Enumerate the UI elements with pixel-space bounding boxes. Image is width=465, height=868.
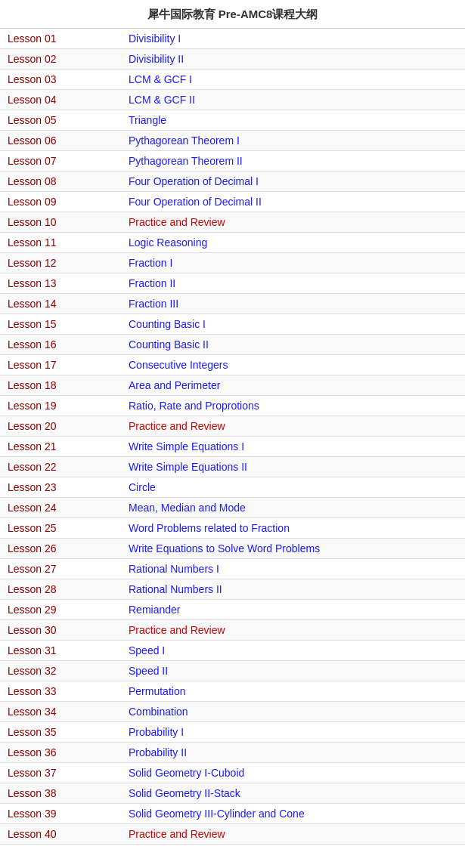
lesson-topic: Rational Numbers II (121, 579, 465, 600)
table-row: Lesson 26Write Equations to Solve Word P… (0, 539, 465, 559)
lesson-number: Lesson 27 (0, 559, 121, 579)
lesson-topic: Four Operation of Decimal II (121, 192, 465, 212)
lesson-topic: Fraction II (121, 273, 465, 294)
table-row: Lesson 02Divisibility II (0, 49, 465, 70)
lesson-number: Lesson 03 (0, 70, 121, 90)
lesson-topic: Write Simple Equations I (121, 437, 465, 457)
lesson-topic: Practice and Review (121, 620, 465, 641)
lesson-topic: Divisibility I (121, 29, 465, 49)
table-row: Lesson 03LCM & GCF I (0, 70, 465, 90)
lesson-number: Lesson 19 (0, 396, 121, 416)
table-row: Lesson 31Speed I (0, 641, 465, 661)
lesson-topic: Solid Geometry I-Cuboid (121, 763, 465, 783)
table-row: Lesson 24Mean, Median and Mode (0, 498, 465, 518)
lesson-topic: Practice and Review (121, 416, 465, 437)
table-row: Lesson 14Fraction III (0, 294, 465, 314)
lesson-number: Lesson 39 (0, 804, 121, 824)
lesson-number: Lesson 18 (0, 375, 121, 396)
lesson-topic: Probability II (121, 743, 465, 763)
table-row: Lesson 13Fraction II (0, 273, 465, 294)
table-row: Lesson 30Practice and Review (0, 620, 465, 641)
table-row: Lesson 06Pythagorean Theorem I (0, 131, 465, 151)
lesson-topic: Four Operation of Decimal I (121, 171, 465, 192)
lesson-topic: Rational Numbers I (121, 559, 465, 579)
table-row: Lesson 25Word Problems related to Fracti… (0, 518, 465, 539)
lesson-topic: Practice and Review (121, 824, 465, 845)
table-row: Lesson 40Practice and Review (0, 824, 465, 845)
lesson-topic: Practice and Review (121, 212, 465, 233)
table-row: Lesson 07Pythagorean Theorem II (0, 151, 465, 171)
lesson-number: Lesson 07 (0, 151, 121, 171)
table-row: Lesson 19Ratio, Rate and Proprotions (0, 396, 465, 416)
lesson-topic: Speed II (121, 661, 465, 681)
lesson-number: Lesson 29 (0, 600, 121, 620)
lesson-topic: Pythagorean Theorem II (121, 151, 465, 171)
table-row: Lesson 05Triangle (0, 110, 465, 131)
lesson-number: Lesson 15 (0, 314, 121, 335)
lesson-number: Lesson 23 (0, 477, 121, 498)
lesson-topic: Pythagorean Theorem I (121, 131, 465, 151)
lesson-number: Lesson 01 (0, 29, 121, 49)
table-row: Lesson 22Write Simple Equations II (0, 457, 465, 477)
lesson-number: Lesson 36 (0, 743, 121, 763)
table-row: Lesson 01Divisibility I (0, 29, 465, 49)
lesson-topic: Word Problems related to Fraction (121, 518, 465, 539)
lesson-topic: LCM & GCF II (121, 90, 465, 110)
table-row: Lesson 38Solid Geometry II-Stack (0, 783, 465, 804)
lesson-topic: Consecutive Integers (121, 355, 465, 375)
lesson-number: Lesson 21 (0, 437, 121, 457)
lesson-number: Lesson 08 (0, 171, 121, 192)
table-row: Lesson 16Counting Basic II (0, 335, 465, 355)
lesson-number: Lesson 22 (0, 457, 121, 477)
table-row: Lesson 08Four Operation of Decimal I (0, 171, 465, 192)
lesson-number: Lesson 02 (0, 49, 121, 70)
lesson-number: Lesson 04 (0, 90, 121, 110)
lesson-topic: LCM & GCF I (121, 70, 465, 90)
lesson-number: Lesson 26 (0, 539, 121, 559)
table-row: Lesson 36Probability II (0, 743, 465, 763)
lesson-number: Lesson 12 (0, 253, 121, 273)
lesson-number: Lesson 17 (0, 355, 121, 375)
lesson-number: Lesson 31 (0, 641, 121, 661)
table-row: Lesson 27Rational Numbers I (0, 559, 465, 579)
lesson-number: Lesson 32 (0, 661, 121, 681)
lesson-topic: Ratio, Rate and Proprotions (121, 396, 465, 416)
lesson-number: Lesson 20 (0, 416, 121, 437)
lesson-topic: Area and Perimeter (121, 375, 465, 396)
lesson-topic: Triangle (121, 110, 465, 131)
lesson-topic: Solid Geometry III-Cylinder and Cone (121, 804, 465, 824)
lesson-number: Lesson 11 (0, 233, 121, 253)
lesson-number: Lesson 38 (0, 783, 121, 804)
table-row: Lesson 35Probability I (0, 722, 465, 743)
lesson-topic: Remiander (121, 600, 465, 620)
lesson-topic: Probability I (121, 722, 465, 743)
page-title: 犀牛国际教育 Pre-AMC8课程大纲 (0, 0, 465, 29)
lesson-topic: Logic Reasoning (121, 233, 465, 253)
lesson-number: Lesson 24 (0, 498, 121, 518)
lesson-number: Lesson 05 (0, 110, 121, 131)
lesson-number: Lesson 10 (0, 212, 121, 233)
table-row: Lesson 10Practice and Review (0, 212, 465, 233)
table-row: Lesson 20Practice and Review (0, 416, 465, 437)
lesson-topic: Speed I (121, 641, 465, 661)
table-row: Lesson 21Write Simple Equations I (0, 437, 465, 457)
lesson-topic: Mean, Median and Mode (121, 498, 465, 518)
table-row: Lesson 17Consecutive Integers (0, 355, 465, 375)
lesson-topic: Counting Basic II (121, 335, 465, 355)
lesson-number: Lesson 06 (0, 131, 121, 151)
table-row: Lesson 18Area and Perimeter (0, 375, 465, 396)
table-row: Lesson 29Remiander (0, 600, 465, 620)
lesson-topic: Fraction III (121, 294, 465, 314)
table-row: Lesson 12Fraction I (0, 253, 465, 273)
table-row: Lesson 15Counting Basic I (0, 314, 465, 335)
lesson-number: Lesson 16 (0, 335, 121, 355)
lesson-number: Lesson 09 (0, 192, 121, 212)
table-row: Lesson 28Rational Numbers II (0, 579, 465, 600)
table-row: Lesson 04LCM & GCF II (0, 90, 465, 110)
lesson-number: Lesson 37 (0, 763, 121, 783)
lesson-topic: Counting Basic I (121, 314, 465, 335)
table-row: Lesson 34Combination (0, 702, 465, 722)
lesson-number: Lesson 14 (0, 294, 121, 314)
lesson-number: Lesson 35 (0, 722, 121, 743)
lesson-number: Lesson 28 (0, 579, 121, 600)
